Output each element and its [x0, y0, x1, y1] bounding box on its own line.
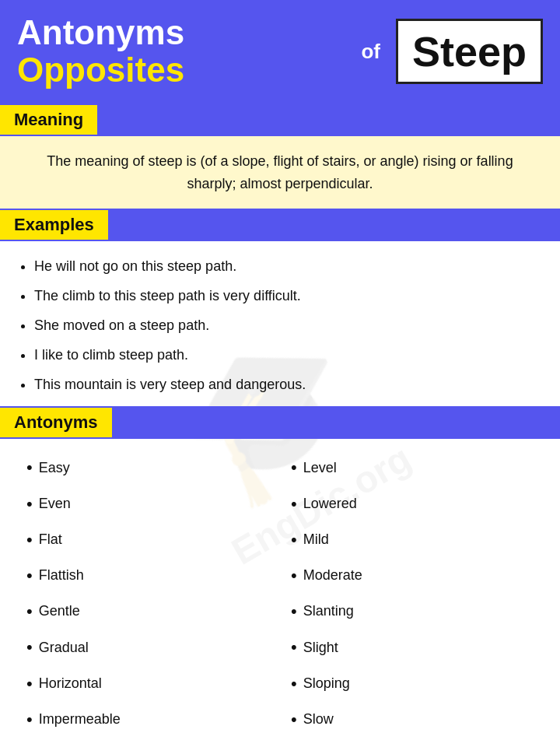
example-item: She moved on a steep path.: [34, 311, 537, 339]
antonyms-col1: EasyEvenFlatFlattishGentleGradualHorizon…: [16, 450, 280, 747]
header-word-box: Steep: [396, 19, 543, 84]
header: Antonyms Opposites of Steep: [0, 0, 560, 103]
antonym-item: Lowered: [291, 486, 544, 522]
antonym-item: Moderate: [291, 558, 544, 594]
header-title-opposites: Opposites: [17, 51, 345, 89]
antonym-item: Flattish: [26, 558, 280, 594]
antonyms-col1-list: EasyEvenFlatFlattishGentleGradualHorizon…: [26, 450, 280, 747]
antonyms-section: Antonyms EasyEvenFlatFlattishGentleGradu…: [0, 406, 560, 747]
examples-section: Examples He will not go on this steep pa…: [0, 209, 560, 406]
examples-list: He will not go on this steep path.The cl…: [0, 241, 560, 406]
meaning-section: Meaning The meaning of steep is (of a sl…: [0, 103, 560, 209]
antonym-item: Horizontal: [26, 666, 280, 702]
antonym-item: Smooth: [291, 738, 544, 747]
meaning-label-box: Meaning: [0, 105, 97, 135]
antonym-item: Slanting: [291, 594, 544, 630]
antonyms-columns: EasyEvenFlatFlattishGentleGradualHorizon…: [0, 439, 560, 747]
antonym-item: Sloping: [291, 666, 544, 702]
antonym-item: Level: [291, 450, 544, 486]
antonym-item: Slow: [291, 702, 544, 738]
example-item: This mountain is very steep and dangerou…: [34, 370, 537, 398]
antonym-item: Easy: [26, 450, 280, 486]
antonyms-label-box: Antonyms: [0, 408, 112, 437]
antonyms-col2: LevelLoweredMildModerateSlantingSlightSl…: [280, 450, 544, 747]
antonym-item: Impermeable: [26, 702, 280, 738]
example-item: I like to climb steep path.: [34, 341, 537, 369]
header-word: Steep: [412, 27, 527, 75]
antonyms-label: Antonyms: [14, 412, 98, 432]
antonyms-section-header: Antonyms: [0, 406, 560, 439]
examples-label: Examples: [14, 215, 94, 234]
antonym-item: Even: [26, 486, 280, 522]
meaning-text: The meaning of steep is (of a slope, fli…: [0, 136, 560, 209]
antonym-item: Mild: [291, 522, 544, 558]
header-titles: Antonyms Opposites: [17, 14, 345, 89]
antonym-item: Gentle: [26, 594, 280, 630]
meaning-section-header: Meaning: [0, 103, 560, 136]
example-item: He will not go on this steep path.: [34, 252, 537, 280]
examples-section-header: Examples: [0, 209, 560, 241]
example-item: The climb to this steep path is very dif…: [34, 282, 537, 310]
header-of-label: of: [361, 40, 380, 64]
antonym-item: Indefinite: [26, 738, 280, 747]
antonym-item: Slight: [291, 630, 544, 665]
antonym-item: Flat: [26, 522, 280, 558]
antonyms-col2-list: LevelLoweredMildModerateSlantingSlightSl…: [291, 450, 544, 747]
meaning-label: Meaning: [14, 110, 83, 129]
antonym-item: Gradual: [26, 630, 280, 665]
examples-label-box: Examples: [0, 210, 108, 240]
header-title-antonyms: Antonyms: [17, 14, 345, 51]
